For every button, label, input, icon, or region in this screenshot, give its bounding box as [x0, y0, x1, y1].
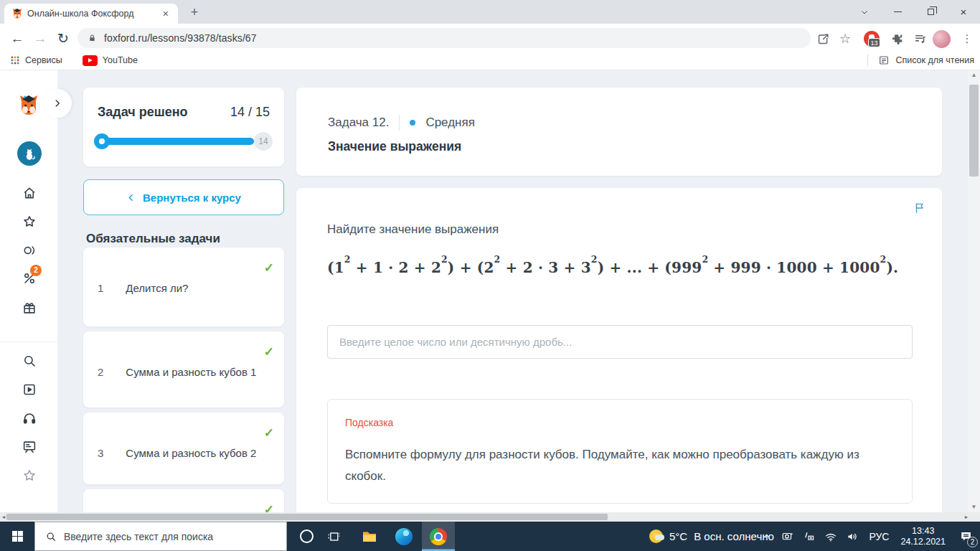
promo-badge: 2: [30, 265, 42, 276]
reload-button[interactable]: ↻: [53, 29, 73, 49]
headphones-icon[interactable]: [22, 410, 37, 426]
weather-sun-icon: [649, 529, 663, 543]
folder-icon: [361, 528, 378, 545]
horizontal-scroll-thumb[interactable]: [6, 514, 608, 520]
user-avatar-cat[interactable]: [17, 141, 42, 166]
wifi-icon[interactable]: [820, 522, 842, 551]
hint-label: Подсказка: [345, 417, 895, 428]
task-title-heading: Значение выражения: [328, 139, 942, 154]
discounts-percent-icon[interactable]: 2: [22, 270, 37, 286]
window-restore-button[interactable]: [914, 0, 947, 24]
address-bar[interactable]: foxford.ru/lessons/93878/tasks/67: [77, 28, 811, 48]
chrome-icon: [430, 528, 447, 545]
taskbar-clock[interactable]: 13:43 24.12.2021: [895, 526, 951, 547]
vertical-scroll-thumb[interactable]: [969, 85, 979, 176]
task-list-item[interactable]: ✓ 1 Делится ли?: [83, 248, 284, 326]
difficulty-label: Средняя: [425, 116, 475, 130]
bookmark-youtube[interactable]: YouTube: [83, 55, 138, 66]
taskbar-search-placeholder: Введите здесь текст для поиска: [64, 531, 213, 542]
lock-icon: [88, 33, 97, 43]
browser-tab-bar: Онлайн-школа Фоксфорд × + ×: [0, 0, 980, 24]
task-view-button[interactable]: [317, 522, 350, 551]
back-to-course-button[interactable]: Вернуться к курсу: [83, 179, 284, 215]
search-icon[interactable]: [22, 353, 37, 369]
sidebar-expand-button[interactable]: [43, 89, 72, 118]
divider: [399, 115, 400, 131]
page-content: 2 Задач решено 14 / 15 14 Вернуться к ку…: [0, 70, 980, 512]
apps-grid-icon: [10, 55, 20, 65]
weather-temp: 5°C: [669, 530, 687, 542]
answer-input[interactable]: [327, 325, 913, 359]
vertical-scrollbar[interactable]: ▲ ▼: [968, 70, 980, 512]
foxford-logo[interactable]: [17, 94, 40, 117]
search-icon: [45, 531, 57, 542]
pen-input-icon[interactable]: [798, 522, 820, 551]
adblock-extension-icon[interactable]: 13: [862, 29, 882, 49]
divider: [867, 55, 868, 66]
scroll-right-icon[interactable]: ►: [963, 512, 970, 522]
reading-list-icon: [878, 55, 890, 66]
check-icon: ✓: [264, 425, 274, 441]
url-text: foxford.ru/lessons/93878/tasks/67: [104, 32, 257, 44]
foxford-favicon-icon: [11, 8, 23, 19]
scroll-up-icon[interactable]: ▲: [968, 70, 980, 80]
courses-icon[interactable]: [22, 242, 37, 258]
bonus-star-icon[interactable]: [22, 468, 37, 484]
playlist-extension-icon[interactable]: [910, 29, 930, 49]
browser-menu-kebab-icon[interactable]: ⋮: [957, 29, 977, 49]
favorites-star-icon[interactable]: [22, 214, 37, 230]
task-number: 2: [98, 366, 103, 378]
task-list-item[interactable]: ✓ 2 Сумма и разность кубов 1: [83, 331, 284, 408]
progress-handle[interactable]: [94, 133, 110, 149]
task-list-item[interactable]: ✓ 3 Сумма и разность кубов 2: [83, 413, 284, 484]
window-menu-chevron-icon[interactable]: [848, 0, 881, 24]
windows-logo-icon: [12, 531, 23, 542]
window-close-button[interactable]: ×: [947, 0, 980, 24]
math-formula: (12 + 1 · 2 + 22) + (22 + 2 · 3 + 32) + …: [327, 258, 898, 276]
browser-tab[interactable]: Онлайн-школа Фоксфорд ×: [4, 4, 178, 24]
progress-bar-fill: [98, 138, 254, 145]
task-label: Задача 12.: [328, 116, 389, 130]
action-center-button[interactable]: 2: [951, 522, 980, 551]
edge-icon: [395, 528, 413, 545]
share-icon[interactable]: [813, 29, 833, 49]
solved-label: Задач решено: [98, 105, 188, 120]
progress-bar[interactable]: 14: [98, 138, 270, 145]
hidden-icons-chevron-icon[interactable]: [755, 522, 777, 551]
forward-button[interactable]: →: [30, 29, 50, 49]
language-indicator[interactable]: РУС: [863, 531, 895, 542]
rail-divider: [0, 342, 57, 342]
new-tab-button[interactable]: +: [185, 4, 204, 22]
flag-icon[interactable]: [913, 202, 926, 215]
scroll-down-icon[interactable]: ▼: [968, 502, 980, 512]
edge-button[interactable]: [387, 522, 420, 551]
hint-box: Подсказка Вспомните формулу для разности…: [327, 399, 913, 504]
back-button[interactable]: ←: [7, 29, 27, 49]
webinar-board-icon[interactable]: [22, 439, 37, 455]
taskbar-search[interactable]: Введите здесь текст для поиска: [34, 522, 287, 551]
tab-close-icon[interactable]: ×: [159, 7, 172, 20]
horizontal-scrollbar[interactable]: ◄ ►: [0, 512, 980, 522]
bookmark-services[interactable]: Сервисы: [10, 55, 62, 65]
extensions-puzzle-icon[interactable]: [887, 29, 907, 49]
gift-icon[interactable]: [22, 300, 37, 316]
window-minimize-button[interactable]: [881, 0, 914, 24]
bookmark-star-icon[interactable]: ☆: [835, 29, 855, 49]
task-list-item[interactable]: ✓: [83, 489, 284, 512]
profile-avatar[interactable]: [931, 29, 951, 49]
device-display-icon[interactable]: [777, 522, 798, 551]
difficulty-dot-icon: [410, 120, 415, 126]
youtube-icon: [83, 55, 98, 66]
task-title: Делится ли?: [126, 282, 188, 294]
bookmark-label: Сервисы: [25, 55, 62, 65]
check-icon: ✓: [264, 260, 274, 276]
clock-date: 24.12.2021: [900, 537, 946, 547]
start-button[interactable]: [0, 522, 34, 551]
file-explorer-button[interactable]: [353, 522, 386, 551]
reading-list-label[interactable]: Список для чтения: [895, 55, 974, 65]
volume-icon[interactable]: [842, 522, 863, 551]
home-icon[interactable]: [22, 185, 37, 201]
chrome-button[interactable]: [422, 522, 455, 551]
video-lessons-icon[interactable]: [22, 382, 37, 397]
left-icon-rail: 2: [0, 70, 57, 512]
